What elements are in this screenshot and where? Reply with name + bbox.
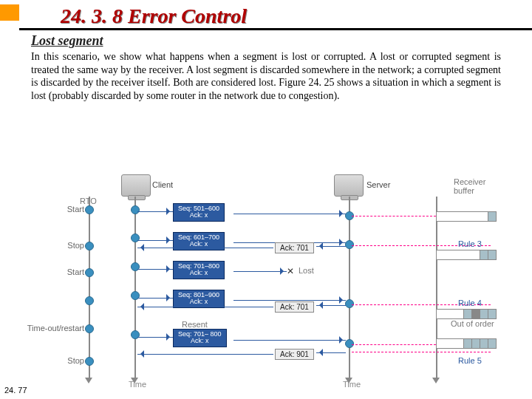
segment-box: Seq: 501–600 Ack: x — [173, 203, 225, 222]
rule-label: Rule 4 — [458, 299, 482, 307]
ack-box: Ack: 701 — [275, 242, 314, 253]
event-dot — [85, 242, 94, 250]
arrow-right-icon — [137, 211, 173, 212]
segment-ack: Ack: x — [178, 338, 222, 344]
receiver-buffer — [436, 309, 497, 319]
arrow-right-icon — [137, 337, 173, 338]
client-timeline — [134, 197, 136, 378]
segment-ack: Ack: x — [178, 270, 219, 276]
segment-ack: Ack: x — [178, 299, 219, 305]
event-label: Stop — [41, 241, 84, 250]
section-title: 24. 3. 8 Error Control — [61, 4, 247, 28]
arrow-right-icon — [233, 340, 346, 341]
event-label: Start — [41, 205, 84, 214]
client-label: Client — [152, 180, 173, 189]
segment-box: Seq: 801–900 Ack: x — [173, 290, 225, 308]
computer-icon — [121, 174, 151, 197]
time-label: Time — [129, 380, 146, 389]
segment-box: Seq: 701–800 Ack: x — [173, 261, 225, 279]
server-label: Server — [366, 180, 390, 189]
resent-label: Resent — [182, 320, 208, 329]
receiver-buffer — [436, 250, 497, 260]
buffer-label: Receiver buffer — [454, 177, 485, 195]
timeline-diagram: Client Server Receiver buffer RTO Time T… — [40, 174, 498, 385]
arrow-left-icon — [316, 246, 346, 247]
arrow-left-icon — [316, 305, 346, 306]
event-dot — [131, 262, 140, 271]
time-label: Time — [343, 380, 361, 389]
arrow-right-icon — [137, 269, 173, 270]
event-label: Stop — [41, 356, 84, 365]
server-timeline — [349, 197, 350, 378]
title-underline — [19, 28, 532, 30]
dashed-line — [352, 216, 436, 216]
subsection-heading: Lost segment — [31, 33, 532, 49]
receiver-buffer — [436, 338, 497, 349]
title-block: 24. 3. 8 Error Control — [0, 0, 532, 30]
event-dot — [85, 205, 94, 214]
event-dot — [131, 205, 140, 214]
arrow-right-icon — [233, 271, 287, 272]
arrow-left-icon — [137, 307, 273, 307]
arrow-down-icon — [85, 378, 92, 383]
event-dot — [131, 291, 140, 300]
rto-timeline — [89, 197, 90, 378]
lost-cross-icon: ✕ — [287, 266, 294, 276]
event-dot — [85, 324, 94, 333]
computer-icon — [334, 174, 364, 197]
receiver-buffer — [436, 211, 497, 222]
event-dot — [85, 357, 94, 366]
out-of-order-label: Out of order — [451, 319, 494, 328]
arrow-down-icon — [432, 378, 440, 383]
arrow-left-icon — [316, 352, 346, 353]
segment-ack: Ack: x — [178, 212, 219, 219]
server-host — [334, 174, 364, 197]
arrow-right-icon — [137, 298, 173, 299]
dashed-line — [352, 344, 436, 345]
arrow-right-icon — [233, 300, 346, 301]
slide-corner-accent — [0, 4, 19, 21]
arrow-left-icon — [137, 248, 273, 248]
event-dot — [85, 296, 94, 305]
body-paragraph: In this scenario, we show what happens w… — [31, 50, 501, 102]
arrow-right-icon — [233, 214, 346, 214]
event-dot — [131, 233, 140, 242]
arrow-left-icon — [137, 354, 273, 355]
buffer-timeline — [436, 197, 437, 378]
event-dot — [85, 268, 94, 277]
dashed-line — [352, 352, 491, 352]
rule-label: Rule 3 — [458, 239, 482, 248]
arrow-right-icon — [137, 240, 173, 241]
slide-number: 24. 77 — [4, 386, 27, 395]
ack-box: Ack: 901 — [275, 349, 314, 360]
event-label: Time-out/restart — [18, 324, 84, 332]
event-label: Start — [41, 267, 84, 276]
client-host — [121, 174, 151, 197]
event-dot — [131, 330, 140, 339]
lost-label: Lost — [299, 266, 314, 275]
rule-label: Rule 5 — [458, 356, 482, 365]
segment-box: Seq: 701– 800 Ack: x — [173, 329, 227, 347]
ack-box: Ack: 701 — [275, 301, 314, 313]
